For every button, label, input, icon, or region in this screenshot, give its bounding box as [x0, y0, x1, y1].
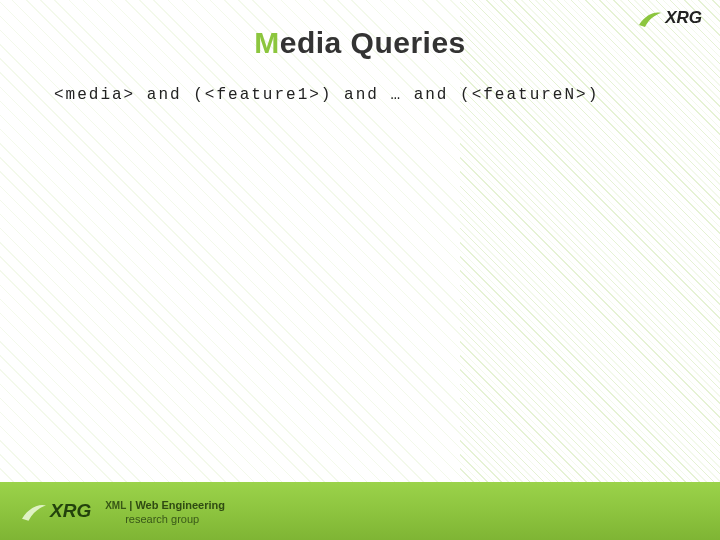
swoosh-icon	[639, 9, 661, 27]
footer-bar: XRG XML | Web Engineering research group	[0, 482, 720, 540]
footer-xml-prefix: XML	[105, 500, 126, 511]
footer-line2: research group	[125, 513, 199, 525]
swoosh-icon	[22, 501, 46, 521]
brand-name-footer: XRG	[50, 500, 91, 522]
footer-line1-main: Web Engineering	[135, 499, 225, 511]
brand-name: XRG	[665, 8, 702, 28]
top-right-logo: XRG	[639, 8, 702, 28]
title-accent: M	[254, 26, 280, 59]
footer-text-block: XML | Web Engineering research group	[105, 499, 225, 525]
background-hatch-dense	[460, 0, 720, 540]
slide-title: Media Queries	[0, 26, 720, 60]
code-syntax-line: <media> and (<feature1>) and … and (<fea…	[54, 86, 599, 104]
footer-logo: XRG	[22, 500, 91, 522]
background-hatch	[0, 0, 720, 540]
title-rest: edia Queries	[280, 26, 466, 59]
